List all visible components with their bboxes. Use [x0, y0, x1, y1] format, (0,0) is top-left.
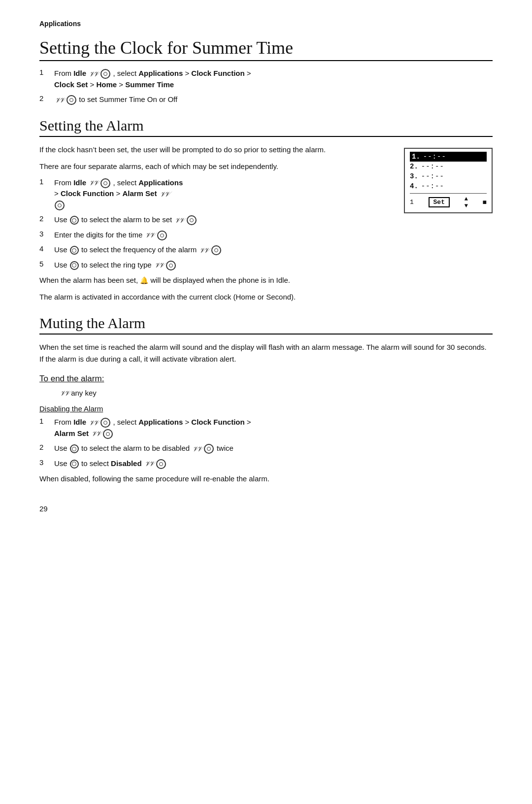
- step-number: 5: [39, 260, 48, 268]
- nav-icon: 𝒱𝒱: [174, 215, 183, 226]
- arrow-icon: ▲▼: [465, 196, 468, 209]
- step-content: Use to select the ring type 𝒱𝒱: [54, 260, 392, 271]
- applications-header: Applications: [39, 20, 493, 28]
- step-number: 3: [39, 230, 48, 238]
- nav-icon: 𝒱𝒱: [154, 260, 163, 270]
- step-item: 1 From Idle 𝒱𝒱 , select Applications > C…: [39, 417, 493, 439]
- step-item: 4 Use to select the frequency of the ala…: [39, 244, 392, 256]
- step-item: 2 Use to select the alarm to be disabled…: [39, 443, 493, 454]
- circle-ok-icon: [211, 245, 222, 254]
- step-content: Use to select Disabled 𝒱𝒱: [54, 458, 493, 469]
- disabled-bold: Disabled: [111, 459, 142, 468]
- step-number: 2: [39, 214, 48, 223]
- any-key-text: any key: [71, 389, 97, 397]
- step-number: 1: [39, 177, 48, 186]
- step-content: Use to select the alarm to be set 𝒱𝒱: [54, 214, 392, 226]
- circle-ok-icon: [100, 418, 113, 426]
- nav-icon: 𝒱𝒱: [91, 429, 100, 439]
- circle-ok-icon: [66, 95, 79, 103]
- step-number: 4: [39, 244, 48, 253]
- step-item: 1 From Idle 𝒱𝒱 , select Applications > C…: [39, 177, 392, 211]
- scroll-icon: [70, 460, 79, 469]
- alarm-row-2: 2. --:--: [410, 162, 487, 171]
- time-value: --:--: [421, 182, 444, 190]
- scroll-icon: [70, 261, 79, 270]
- time-value: --:--: [423, 153, 446, 161]
- step-content: Use to select the alarm to be disabled 𝒱…: [54, 443, 493, 454]
- section1-title: Setting the Clock for Summer Time: [39, 37, 493, 61]
- section1-steps: 1 From Idle 𝒱𝒱 , select Applications > C…: [39, 68, 493, 105]
- nav-icon: 𝒱𝒱: [160, 189, 168, 200]
- alarm-para3: When the alarm has been set, 🔔 will be d…: [39, 274, 493, 286]
- alarm-para2: There are four separate alarms, each of …: [39, 161, 392, 172]
- alarm-set-bold: Alarm Set: [54, 429, 89, 437]
- clock-function-bold: Clock Function: [61, 189, 114, 198]
- row-num: 2.: [410, 163, 418, 170]
- bottom-num: 1: [410, 199, 414, 206]
- steps-text: If the clock hasn’t been set, the user w…: [39, 144, 392, 275]
- alarm-screen-diagram: 1. --:-- 2. --:-- 3. --:-- 4. --:-- 1 Se…: [404, 148, 493, 213]
- step-number: 3: [39, 458, 48, 467]
- alarm-bell-icon: 🔔: [140, 276, 148, 284]
- circle-ok-icon: [157, 231, 167, 239]
- applications-bold: Applications: [138, 178, 183, 187]
- nav-icon: 𝒱𝒱: [89, 69, 98, 79]
- alarm-bottom-bar: 1 Set ▲▼ ■: [410, 193, 487, 209]
- step-item: 3 Enter the digits for the time 𝒱𝒱: [39, 230, 392, 241]
- bottom-icon: ■: [483, 199, 487, 206]
- disabling-steps: 1 From Idle 𝒱𝒱 , select Applications > C…: [39, 417, 493, 469]
- idle-label: Idle: [73, 418, 86, 426]
- section2-title: Setting the Alarm: [39, 117, 493, 137]
- step-item: 2 Use to select the alarm to be set 𝒱𝒱: [39, 214, 392, 226]
- scroll-icon: [70, 444, 79, 453]
- circle-ok-icon: [54, 201, 65, 209]
- alarm-row-4: 4. --:--: [410, 181, 487, 191]
- nav-icon: 𝒱𝒱: [55, 95, 64, 105]
- nav-icon: 𝒱𝒱: [192, 444, 201, 454]
- alarm-para1: If the clock hasn’t been set, the user w…: [39, 144, 392, 156]
- set-button[interactable]: Set: [429, 197, 450, 207]
- circle-ok-icon: [203, 444, 216, 452]
- step-item: 3 Use to select Disabled 𝒱𝒱: [39, 458, 493, 469]
- circle-ok-icon: [166, 261, 176, 269]
- page-number: 29: [39, 504, 493, 513]
- alarm-row-1: 1. --:--: [410, 152, 487, 162]
- circle-ok-icon: [100, 178, 113, 187]
- step-number: 1: [39, 68, 48, 76]
- step-content: From Idle 𝒱𝒱 , select Applications > Clo…: [54, 177, 392, 211]
- alarm-set-bold: Alarm Set: [122, 189, 157, 198]
- step-content: Enter the digits for the time 𝒱𝒱: [54, 230, 392, 241]
- time-value: --:--: [421, 172, 444, 180]
- step-number: 2: [39, 443, 48, 451]
- scroll-icon: [70, 216, 79, 225]
- summer-time-bold: Summer Time: [125, 80, 174, 89]
- alarm-steps: 1 From Idle 𝒱𝒱 , select Applications > C…: [39, 177, 392, 271]
- home-bold: Home: [96, 80, 117, 89]
- setting-alarm-container: If the clock hasn’t been set, the user w…: [39, 144, 493, 275]
- muting-para1: When the set time is reached the alarm w…: [39, 341, 493, 365]
- disabling-alarm-title: Disabling the Alarm: [39, 404, 493, 413]
- nav-icon: 𝒱𝒱: [144, 459, 153, 469]
- step-item: 5 Use to select the ring type 𝒱𝒱: [39, 260, 392, 271]
- nav-icon: 𝒱𝒱: [60, 390, 68, 398]
- alarm-para4: The alarm is activated in accordance wit…: [39, 291, 493, 303]
- step-content: 𝒱𝒱 to set Summer Time On or Off: [54, 94, 493, 105]
- step-item: 2 𝒱𝒱 to set Summer Time On or Off: [39, 94, 493, 105]
- alarm-row-3: 3. --:--: [410, 171, 487, 181]
- step-number: 2: [39, 94, 48, 102]
- step-content: Use to select the frequency of the alarm…: [54, 244, 392, 256]
- end-alarm-block: 𝒱𝒱 any key: [59, 389, 493, 398]
- to-end-alarm-title: To end the alarm:: [39, 374, 493, 384]
- row-num: 1.: [412, 153, 420, 161]
- step-number: 1: [39, 417, 48, 425]
- applications-bold: Applications: [138, 69, 183, 77]
- circle-ok-icon: [186, 215, 197, 224]
- step-content: From Idle 𝒱𝒱 , select Applications > Clo…: [54, 417, 493, 439]
- disabling-para-end: When disabled, following the same proced…: [39, 473, 493, 485]
- clock-set-bold: Clock Set: [54, 80, 88, 89]
- applications-bold: Applications: [138, 418, 183, 426]
- clock-function-bold: Clock Function: [191, 69, 244, 77]
- nav-icon: 𝒱𝒱: [89, 418, 98, 428]
- nav-icon: 𝒱𝒱: [145, 230, 154, 240]
- step-content: From Idle 𝒱𝒱 , select Applications > Clo…: [54, 68, 493, 90]
